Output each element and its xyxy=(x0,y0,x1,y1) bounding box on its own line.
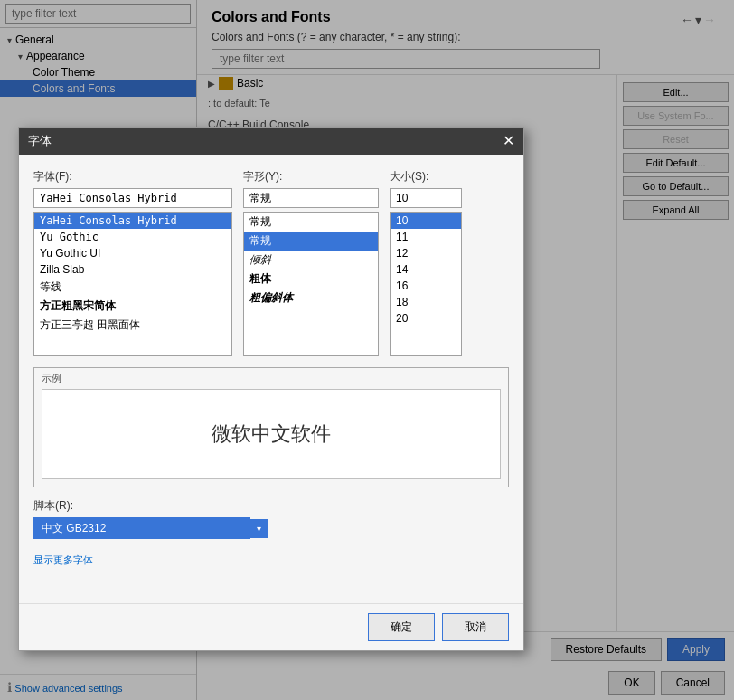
font-style-item-regular1[interactable]: 常规 xyxy=(244,213,378,232)
dialog-overlay: 字体 ✕ 字体(F): YaHei Consolas Hybrid Yu Got… xyxy=(0,0,734,700)
dialog-titlebar: 字体 ✕ xyxy=(19,128,523,155)
script-section: 脚本(R): 中文 GB2312WesternJapaneseKorean ▾ xyxy=(33,498,509,539)
font-list-item-fangzheng[interactable]: 方正粗黑宋简体 xyxy=(34,297,231,316)
font-fields-row: 字体(F): YaHei Consolas Hybrid Yu Gothic Y… xyxy=(33,169,509,356)
script-select-wrapper: 中文 GB2312WesternJapaneseKorean ▾ xyxy=(33,517,509,539)
font-list-item-yaHei[interactable]: YaHei Consolas Hybrid xyxy=(34,213,231,229)
font-size-item-14[interactable]: 14 xyxy=(391,261,461,278)
preview-group-box: 示例 微软中文软件 xyxy=(33,367,509,487)
dialog-cancel-button[interactable]: 取消 xyxy=(442,613,509,641)
font-style-list[interactable]: 常规 常规 倾斜 粗体 粗偏斜体 xyxy=(243,212,379,356)
preview-section: 示例 微软中文软件 xyxy=(33,367,509,487)
dialog-title: 字体 xyxy=(28,133,52,149)
font-size-item-12[interactable]: 12 xyxy=(391,245,461,261)
show-more-fonts-link[interactable]: 显示更多字体 xyxy=(33,553,509,567)
font-size-list[interactable]: 10 11 12 14 16 18 20 xyxy=(390,212,462,356)
font-style-item-bold[interactable]: 粗体 xyxy=(244,270,378,289)
font-size-item-16[interactable]: 16 xyxy=(391,278,461,294)
preview-text: 微软中文软件 xyxy=(212,421,331,448)
dialog-body: 字体(F): YaHei Consolas Hybrid Yu Gothic Y… xyxy=(19,155,523,603)
font-list-item-yuGothicUI[interactable]: Yu Gothic UI xyxy=(34,245,231,261)
dialog-ok-button[interactable]: 确定 xyxy=(368,613,435,641)
font-size-item-11[interactable]: 11 xyxy=(391,229,461,245)
font-size-label: 大小(S): xyxy=(390,169,462,184)
script-dropdown-icon[interactable]: ▾ xyxy=(250,519,268,538)
font-name-col: 字体(F): YaHei Consolas Hybrid Yu Gothic Y… xyxy=(33,169,232,356)
dialog-close-button[interactable]: ✕ xyxy=(503,134,514,148)
font-list-item-zillaSlab[interactable]: Zilla Slab xyxy=(34,261,231,278)
font-name-input[interactable] xyxy=(33,188,232,208)
font-size-item-10[interactable]: 10 xyxy=(391,213,461,229)
script-select[interactable]: 中文 GB2312WesternJapaneseKorean xyxy=(33,517,250,539)
font-style-col: 字形(Y): 常规 常规 倾斜 粗体 粗偏斜体 xyxy=(243,169,379,356)
font-list-item-dengxian[interactable]: 等线 xyxy=(34,278,231,297)
font-size-col: 大小(S): 10 11 12 14 16 18 20 xyxy=(390,169,462,356)
font-name-label: 字体(F): xyxy=(33,169,232,184)
font-size-item-18[interactable]: 18 xyxy=(391,294,461,310)
font-style-item-regular2[interactable]: 常规 xyxy=(244,232,378,251)
preview-box: 微软中文软件 xyxy=(42,389,501,479)
font-list-item-fangzheng2[interactable]: 方正三亭超 田黑面体 xyxy=(34,316,231,335)
font-style-input[interactable] xyxy=(243,188,379,208)
font-size-input[interactable] xyxy=(390,188,462,208)
font-dialog: 字体 ✕ 字体(F): YaHei Consolas Hybrid Yu Got… xyxy=(18,127,524,651)
font-size-item-20[interactable]: 20 xyxy=(391,310,461,326)
font-style-item-italic[interactable]: 倾斜 xyxy=(244,251,378,270)
font-list-item-yuGothic[interactable]: Yu Gothic xyxy=(34,229,231,245)
preview-label: 示例 xyxy=(42,372,501,385)
script-label: 脚本(R): xyxy=(33,498,509,514)
font-name-list[interactable]: YaHei Consolas Hybrid Yu Gothic Yu Gothi… xyxy=(33,212,232,356)
font-style-item-bolditalic[interactable]: 粗偏斜体 xyxy=(244,289,378,307)
dialog-footer: 确定 取消 xyxy=(19,603,523,650)
font-style-label: 字形(Y): xyxy=(243,169,379,184)
